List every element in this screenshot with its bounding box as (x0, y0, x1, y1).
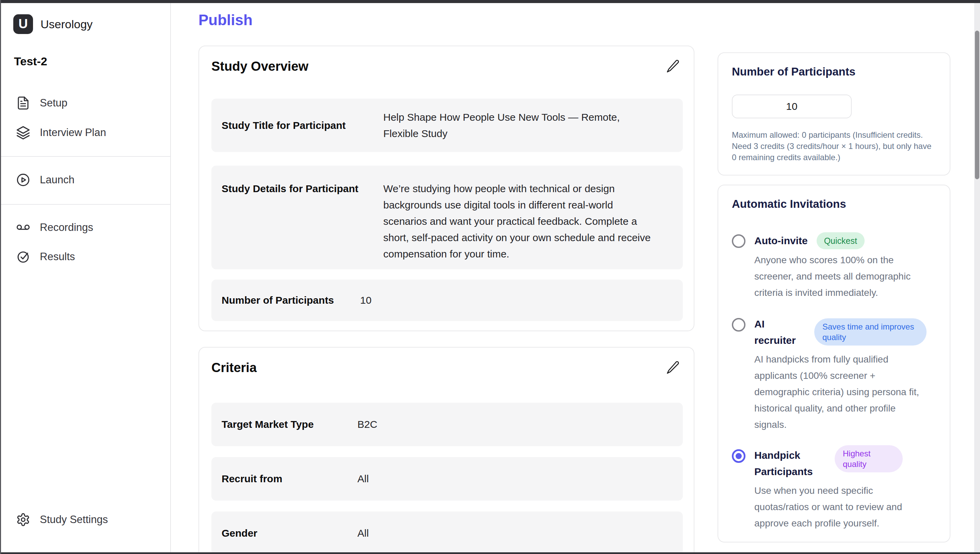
field-label: Gender (222, 525, 358, 541)
window-bottom-bar (0, 552, 980, 554)
ai-recruiter-radio[interactable] (732, 318, 745, 331)
sidebar-item-study-settings[interactable]: Study Settings (1, 509, 170, 530)
participants-panel-title: Number of Participants (732, 65, 856, 78)
field-value: 10 (360, 292, 371, 309)
sidebar-item-label: Setup (40, 97, 67, 109)
sidebar-item-label: Study Settings (40, 514, 108, 526)
field-value: All (358, 471, 369, 487)
pencil-icon (666, 360, 680, 375)
auto-invite-radio[interactable] (732, 234, 745, 248)
highest-quality-badge: Highest quality (835, 445, 903, 472)
option-description: AI handpicks from fully qualified applic… (754, 351, 921, 433)
saves-time-badge: Saves time and improves quality (814, 318, 927, 345)
option-ai-recruiter: AI recruiter Saves time and improves qua… (732, 316, 936, 433)
field-row-target-market: Target Market Type B2C (211, 403, 683, 446)
option-handpick-participants: Handpick Participants Highest quality Us… (732, 447, 936, 532)
gear-icon (16, 513, 30, 527)
sidebar-item-launch[interactable]: Launch (1, 170, 170, 190)
criteria-title: Criteria (211, 360, 257, 375)
brand: U Userology (13, 14, 93, 34)
study-overview-title: Study Overview (211, 59, 308, 74)
automatic-invitations-panel: Automatic Invitations Auto-invite Quicke… (718, 185, 950, 543)
sidebar-item-label: Recordings (40, 221, 93, 234)
field-label: Recruit from (222, 471, 358, 487)
pencil-icon (666, 59, 680, 74)
play-circle-icon (16, 173, 30, 187)
option-description: Anyone who scores 100% on the screener, … (754, 252, 921, 301)
option-description: Use when you need specific quotas/ratios… (754, 482, 921, 532)
field-label: Study Title for Participant (222, 117, 383, 134)
voicemail-icon (16, 220, 30, 235)
participants-credit-note: Maximum allowed: 0 participants (Insuffi… (732, 129, 936, 163)
participants-count-input[interactable] (732, 94, 852, 118)
main-content: Publish Study Overview Study Title for P… (172, 3, 980, 552)
field-value: We’re studying how people with technical… (383, 181, 652, 262)
layers-icon (16, 126, 30, 140)
sidebar-divider (1, 156, 170, 157)
sidebar: U Userology Test-2 Setup Interview Plan … (1, 3, 171, 552)
participants-panel: Number of Participants Maximum allowed: … (718, 53, 950, 175)
option-label[interactable]: Handpick Participants (754, 447, 826, 480)
field-value: Help Shape How People Use New Tools — Re… (383, 109, 652, 142)
sidebar-item-results[interactable]: Results (1, 247, 170, 267)
field-value: B2C (358, 416, 377, 433)
document-icon (16, 96, 30, 110)
field-row-study-details: Study Details for Participant We’re stud… (211, 166, 683, 269)
edit-study-overview-button[interactable] (664, 58, 682, 75)
page-title-publish[interactable]: Publish (198, 11, 252, 29)
field-row-study-title: Study Title for Participant Help Shape H… (211, 99, 683, 152)
sidebar-item-label: Launch (40, 174, 75, 186)
field-row-recruit-from: Recruit from All (211, 457, 683, 501)
edit-criteria-button[interactable] (664, 359, 682, 376)
field-label: Target Market Type (222, 416, 358, 433)
brand-name: Userology (40, 18, 93, 31)
field-row-participant-count: Number of Participants 10 (211, 280, 683, 321)
scrollbar-thumb[interactable] (975, 30, 979, 179)
window-left-edge (0, 0, 1, 554)
window-top-bar (0, 0, 980, 3)
field-label: Number of Participants (222, 292, 360, 309)
quickest-badge: Quickest (817, 232, 865, 249)
sidebar-item-setup[interactable]: Setup (1, 93, 170, 113)
automatic-invitations-title: Automatic Invitations (732, 197, 846, 210)
option-auto-invite: Auto-invite Quickest Anyone who scores 1… (732, 232, 936, 301)
field-row-gender: Gender All (211, 511, 683, 554)
field-label: Study Details for Participant (222, 181, 383, 197)
study-name: Test-2 (14, 55, 47, 68)
vertical-scrollbar[interactable] (974, 3, 980, 552)
sidebar-divider (1, 204, 170, 205)
sidebar-item-label: Results (40, 251, 75, 263)
sidebar-item-interview-plan[interactable]: Interview Plan (1, 123, 170, 143)
study-overview-card: Study Overview Study Title for Participa… (198, 46, 694, 331)
handpick-participants-radio[interactable] (732, 449, 745, 463)
criteria-card: Criteria Target Market Type B2C Recruit … (198, 347, 694, 554)
target-check-icon (16, 250, 30, 264)
sidebar-item-recordings[interactable]: Recordings (1, 217, 170, 238)
field-value: All (358, 525, 369, 541)
userology-logo-icon: U (13, 14, 33, 34)
option-label[interactable]: AI recruiter (754, 316, 805, 349)
option-label[interactable]: Auto-invite (754, 232, 808, 249)
sidebar-item-label: Interview Plan (40, 126, 106, 139)
